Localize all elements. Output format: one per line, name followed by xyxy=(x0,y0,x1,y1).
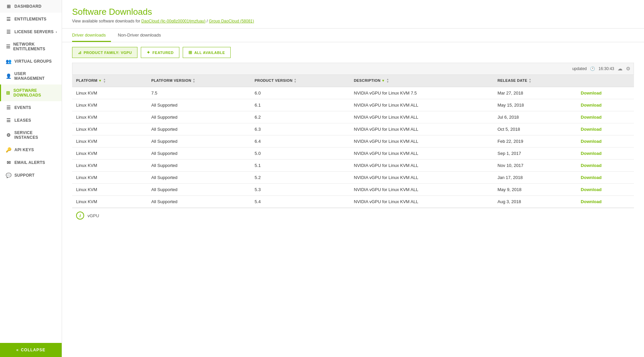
star-icon: ✦ xyxy=(147,50,151,55)
filter-bar: ⊿PRODUCT FAMILY: VGPU✦FEATURED⊞ALL AVAIL… xyxy=(62,42,644,63)
cell-platform-4: Linux KVM xyxy=(72,135,147,147)
cell-description-2: NVIDIA vGPU for Linux KVM ALL xyxy=(350,111,494,123)
collapse-button[interactable]: « COLLAPSE xyxy=(0,343,62,357)
col-header-download xyxy=(577,75,634,87)
col-header-platform-version[interactable]: PLATFORM VERSION▲▼ xyxy=(147,75,250,87)
table-row: Linux KVM All Supported 5.0 NVIDIA vGPU … xyxy=(72,147,634,160)
cell-download-8: Download xyxy=(577,184,634,196)
cloud-icon[interactable]: ☁ xyxy=(618,66,623,72)
email-alerts-icon: ✉ xyxy=(6,160,12,165)
cell-download-5: Download xyxy=(577,147,634,160)
sidebar-label-support: Support xyxy=(14,173,35,178)
collapse-label: COLLAPSE xyxy=(21,348,45,352)
cell-description-0: NVIDIA vGPU for Linux KVM 7.5 xyxy=(350,87,494,99)
page-subtitle: View available software downloads for Da… xyxy=(72,19,634,23)
filter-btn-product-family[interactable]: ⊿PRODUCT FAMILY: VGPU xyxy=(72,47,137,58)
cell-product-version-7: 5.2 xyxy=(251,172,350,184)
cell-platform-version-5: All Supported xyxy=(147,147,250,160)
virtual-groups-icon: 👥 xyxy=(6,59,12,64)
subtitle-prefix: View available software downloads for xyxy=(72,19,141,23)
sidebar-item-software-downloads[interactable]: ⊞Software Downloads xyxy=(0,84,62,101)
api-keys-icon: 🔑 xyxy=(6,147,12,153)
subtitle-mid: / xyxy=(206,19,209,23)
sidebar-item-service-instances[interactable]: ⚙Service Instances xyxy=(0,127,62,143)
sidebar-item-support[interactable]: 💬Support xyxy=(0,169,62,182)
cell-download-9: Download xyxy=(577,196,634,208)
grid-icon: ⊞ xyxy=(188,50,192,55)
cell-release-date-8: May 9, 2018 xyxy=(493,184,577,196)
col-header-product-version[interactable]: PRODUCT VERSION▲▼ xyxy=(251,75,350,87)
network-entitlements-icon: ☰ xyxy=(6,44,10,49)
table-row: Linux KVM All Supported 6.1 NVIDIA vGPU … xyxy=(72,99,634,111)
download-link-4[interactable]: Download xyxy=(581,139,601,144)
sidebar: ⊞Dashboard☰Entitlements☰License Servers›… xyxy=(0,0,62,357)
filter-btn-featured[interactable]: ✦FEATURED xyxy=(141,47,179,58)
cell-platform-version-6: All Supported xyxy=(147,160,250,172)
sidebar-item-virtual-groups[interactable]: 👥Virtual Groups xyxy=(0,55,62,68)
filter-label-featured: FEATURED xyxy=(153,51,174,55)
cell-description-1: NVIDIA vGPU for Linux KVM ALL xyxy=(350,99,494,111)
filter-label-product-family: PRODUCT FAMILY: VGPU xyxy=(84,51,132,55)
filter-btn-all-available[interactable]: ⊞ALL AVAILABLE xyxy=(183,47,231,58)
sidebar-item-network-entitlements[interactable]: ☰Network Entitlements xyxy=(0,38,62,55)
account-link[interactable]: DaoCloud (lic-00q8z00001tjmzfuau) xyxy=(141,19,206,23)
sidebar-item-entitlements[interactable]: ☰Entitlements xyxy=(0,13,62,25)
cell-release-date-2: Jul 6, 2018 xyxy=(493,111,577,123)
dashboard-icon: ⊞ xyxy=(6,4,12,9)
download-link-3[interactable]: Download xyxy=(581,127,601,132)
download-link-1[interactable]: Download xyxy=(581,103,601,108)
arrow-icon: › xyxy=(56,30,57,34)
download-link-9[interactable]: Download xyxy=(581,199,601,204)
sidebar-label-network-entitlements: Network Entitlements xyxy=(13,42,57,51)
cell-release-date-4: Feb 22, 2019 xyxy=(493,135,577,147)
sidebar-item-user-management[interactable]: 👤User Management xyxy=(0,68,62,84)
filter-icon-platform: ▼ xyxy=(99,79,102,82)
download-link-2[interactable]: Download xyxy=(581,115,601,120)
col-header-release-date[interactable]: RELEASE DATE▲▼ xyxy=(493,75,577,87)
sidebar-item-license-servers[interactable]: ☰License Servers› xyxy=(0,25,62,38)
group-link[interactable]: Group DaoCloud (58081) xyxy=(209,19,254,23)
sidebar-item-events[interactable]: ☰Events xyxy=(0,101,62,114)
table-row: Linux KVM All Supported 5.4 NVIDIA vGPU … xyxy=(72,196,634,208)
timestamp: 16:30:43 xyxy=(598,66,614,71)
table-row: Linux KVM All Supported 6.2 NVIDIA vGPU … xyxy=(72,111,634,123)
cell-download-2: Download xyxy=(577,111,634,123)
settings-icon[interactable]: ⚙ xyxy=(626,66,630,72)
col-header-platform[interactable]: PLATFORM▼▲▼ xyxy=(72,75,147,87)
col-header-description[interactable]: DESCRIPTION▼▲▼ xyxy=(350,75,494,87)
download-link-0[interactable]: Download xyxy=(581,91,601,96)
sidebar-label-service-instances: Service Instances xyxy=(14,130,57,140)
cell-download-6: Download xyxy=(577,160,634,172)
cell-product-version-5: 5.0 xyxy=(251,147,350,160)
cell-download-3: Download xyxy=(577,123,634,135)
sort-icon-platform-version: ▲▼ xyxy=(193,78,195,83)
sort-icon-platform: ▲▼ xyxy=(103,78,106,83)
status-bar: updated 🕐 16:30:43 ☁ ⚙ xyxy=(72,63,634,75)
cell-platform-9: Linux KVM xyxy=(72,196,147,208)
sidebar-item-leases[interactable]: ☰Leases xyxy=(0,114,62,127)
cell-platform-version-8: All Supported xyxy=(147,184,250,196)
leases-icon: ☰ xyxy=(6,118,12,123)
table-row: Linux KVM All Supported 5.3 NVIDIA vGPU … xyxy=(72,184,634,196)
cell-description-4: NVIDIA vGPU for Linux KVM ALL xyxy=(350,135,494,147)
sidebar-item-api-keys[interactable]: 🔑API Keys xyxy=(0,143,62,156)
download-link-6[interactable]: Download xyxy=(581,163,601,168)
sort-icon-product-version: ▲▼ xyxy=(294,78,297,83)
download-link-8[interactable]: Download xyxy=(581,187,601,192)
download-link-7[interactable]: Download xyxy=(581,175,601,180)
download-link-5[interactable]: Download xyxy=(581,151,601,156)
tab-nondriver[interactable]: Non-Driver downloads xyxy=(118,28,166,42)
sidebar-item-email-alerts[interactable]: ✉Email Alerts xyxy=(0,156,62,169)
license-servers-icon: ☰ xyxy=(6,29,12,35)
sidebar-item-dashboard[interactable]: ⊞Dashboard xyxy=(0,0,62,13)
user-management-icon: 👤 xyxy=(6,73,12,79)
entitlements-icon: ☰ xyxy=(6,16,12,22)
cell-platform-8: Linux KVM xyxy=(72,184,147,196)
sidebar-label-user-management: User Management xyxy=(14,71,57,81)
updated-label: updated xyxy=(572,66,587,71)
cell-release-date-3: Oct 5, 2018 xyxy=(493,123,577,135)
tab-driver[interactable]: Driver downloads xyxy=(72,28,111,42)
cell-release-date-9: Aug 3, 2018 xyxy=(493,196,577,208)
sidebar-nav: ⊞Dashboard☰Entitlements☰License Servers›… xyxy=(0,0,62,343)
cell-platform-version-4: All Supported xyxy=(147,135,250,147)
